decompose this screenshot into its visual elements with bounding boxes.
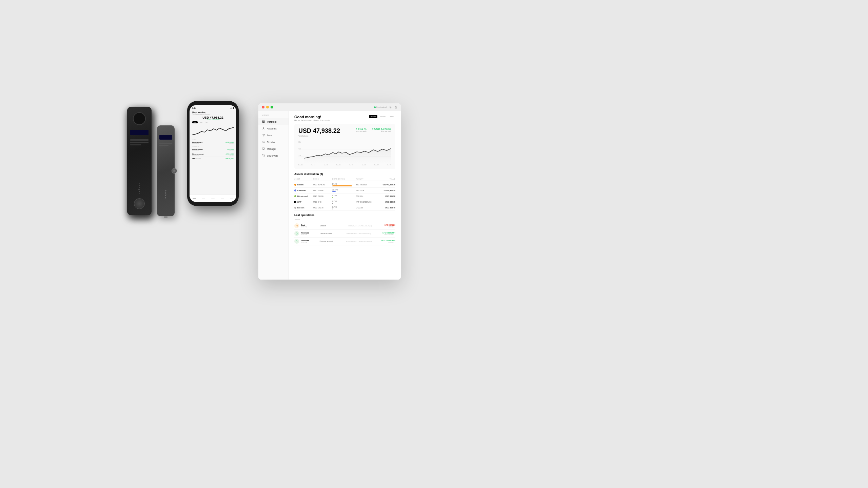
- svg-rect-1: [395, 107, 396, 108]
- total-balance: USD 47,938.22: [298, 127, 340, 135]
- settings-icon-btn[interactable]: [389, 105, 392, 109]
- window-sync-status: Synchronized: [374, 106, 387, 108]
- svg-point-14: [264, 157, 264, 157]
- phone-status-icons: ▲ ◉ ▐: [230, 107, 234, 109]
- svg-point-0: [390, 107, 391, 107]
- chart-x-labels: Nov 15 Nov 17 Nov 19 Nov 21 Nov 23 Nov 2…: [298, 164, 391, 166]
- phone-yesterday-label: Yesterday: [192, 146, 234, 147]
- svg-text:40k: 40k: [298, 148, 301, 150]
- nano-s-brand: Ledger: [165, 190, 167, 200]
- page-title: Good morning!: [294, 115, 330, 119]
- svg-marker-21: [304, 148, 391, 163]
- main-header: Good morning! Here's the summary of your…: [294, 115, 395, 121]
- op-row-sent: Sent 12:32 PM Litecoin 1B5X4MCapC...5mTd…: [294, 222, 395, 230]
- phone-balance-change: + 9.12% = USD 4,373.63: [192, 119, 234, 121]
- assets-title: Assets distribution (5): [294, 172, 395, 176]
- ops-today-label: Today: [294, 219, 395, 221]
- period-tabs: Week Month Year: [369, 115, 395, 118]
- asset-row-bitcoin: Bitcoin USD 9,345.40 84.2% BTC 4.899915 …: [294, 182, 395, 188]
- balance-section: USD 47,938.22 Total balance + 9.12 % sin…: [294, 124, 395, 169]
- main-content: Good morning! Here's the summary of your…: [289, 111, 401, 280]
- ledger-nano-s-device: Ledger: [157, 125, 175, 216]
- buy-icon: [262, 154, 265, 157]
- sidebar-receive-label: Receive: [267, 141, 275, 143]
- accounts-icon: [262, 127, 265, 130]
- period-tab-month[interactable]: Month: [378, 115, 387, 118]
- sidebar-item-buy[interactable]: Buy crypto: [258, 152, 289, 159]
- pct-change: + 9.12 %: [356, 127, 367, 130]
- sidebar-buy-label: Buy crypto: [267, 155, 278, 157]
- period-tab-week[interactable]: Week: [369, 115, 377, 118]
- svg-text:20k: 20k: [298, 155, 301, 157]
- svg-text:60k: 60k: [298, 141, 301, 143]
- phone-tab-year[interactable]: Year: [204, 121, 209, 123]
- receive-icon: [262, 140, 265, 144]
- usd-label: since one week: [372, 130, 391, 132]
- phone-greeting: Good morning,: [192, 111, 234, 113]
- asset-row-xrp: ✕ XRP USD 0.48 0.75% XRP 895.14034x242 U…: [294, 199, 395, 205]
- portfolio-icon: [262, 120, 265, 123]
- svg-point-13: [263, 157, 263, 157]
- phone-account-ethereum: Ethereum account Received in 2019 +ETH 4…: [192, 153, 234, 157]
- window-titlebar: Synchronized: [258, 103, 401, 111]
- lock-icon-btn[interactable]: [394, 105, 397, 109]
- svg-point-6: [263, 127, 264, 128]
- phone-status-bar: 9:41 ▲ ◉ ▐: [190, 105, 236, 110]
- phone-account-litecoin: Litecoin account Received in 2019 +LTC 0…: [192, 148, 234, 152]
- mobile-phone: 9:41 ▲ ◉ ▐ Good morning, Your 6 accounts…: [187, 101, 239, 206]
- sidebar-item-send[interactable]: Send: [258, 132, 289, 139]
- manager-icon: [262, 147, 265, 150]
- svg-rect-2: [262, 121, 263, 121]
- svg-rect-4: [262, 122, 263, 123]
- phone-content: Good morning, Your 6 accounts are synchr…: [190, 110, 236, 161]
- sidebar-menu-label: MENU: [258, 114, 289, 116]
- asset-row-bitcoin-cash: Bitcoin cash USD 261.90 0.76% BCH 1.04 U…: [294, 194, 395, 199]
- sidebar: MENU Portfolio Accounts: [258, 111, 289, 280]
- phone-account-xrp: XRP account Received in 2019 +XRP 99,207…: [192, 158, 234, 161]
- window-minimize-btn[interactable]: [266, 106, 269, 108]
- assets-table-header: Asset Price Distribution Amount Value: [294, 178, 395, 181]
- op-row-received-2: Received 12:32 PM Personal account bGZkR…: [294, 238, 395, 245]
- pct-label: since one week: [356, 130, 367, 132]
- phone-screen: 9:41 ▲ ◉ ▐ Good morning, Your 6 accounts…: [190, 105, 236, 202]
- phone-sync: Your 6 accounts are synchronized: [192, 114, 234, 115]
- balance-label: Total balance: [298, 135, 340, 137]
- window-close-btn[interactable]: [262, 106, 264, 108]
- window-maximize-btn[interactable]: [271, 106, 273, 108]
- asset-row-litecoin: Litecoin USD 141.78 0.75% LTC 2.53 USD 3…: [294, 205, 395, 211]
- sidebar-send-label: Send: [267, 134, 272, 137]
- ledger-nano-x-device: Ledger: [127, 107, 152, 215]
- sidebar-item-portfolio[interactable]: Portfolio: [258, 118, 289, 125]
- op-receive-icon-2: [294, 239, 299, 244]
- phone-today-label: Today: [192, 139, 234, 140]
- sidebar-item-receive[interactable]: Receive: [258, 139, 289, 145]
- svg-rect-5: [264, 122, 264, 123]
- portfolio-chart: 60k 40k 20k: [298, 140, 391, 163]
- operations-title: Last operations: [294, 214, 395, 217]
- sidebar-item-manager[interactable]: Manager: [258, 145, 289, 152]
- op-send-icon: [294, 223, 299, 228]
- svg-rect-3: [264, 121, 264, 121]
- phone-chart: [192, 125, 234, 138]
- phone-tab-week[interactable]: Week: [192, 121, 198, 123]
- period-tab-year[interactable]: Year: [388, 115, 395, 118]
- page-subtitle: Here's the summary of your 6 accounts: [294, 119, 330, 121]
- operations-section: Last operations Today Sent 12:32 PM Lite…: [294, 214, 395, 245]
- phone-time: 9:41: [192, 107, 196, 109]
- phone-tab-month[interactable]: Month: [199, 121, 203, 123]
- sidebar-portfolio-label: Portfolio: [267, 121, 277, 123]
- sidebar-item-accounts[interactable]: Accounts: [258, 125, 289, 132]
- phone-bottom-nav: [190, 195, 236, 202]
- asset-row-ethereum: Ethereum USD 226.84 13.55% ETH 28.34 USD…: [294, 188, 395, 194]
- svg-rect-10: [262, 148, 265, 149]
- op-receive-icon-1: [294, 231, 299, 236]
- sync-indicator: [374, 106, 376, 108]
- usd-change: = USD 4,373.63: [372, 127, 391, 130]
- sidebar-manager-label: Manager: [267, 148, 276, 150]
- app-window: Synchronized MENU: [258, 103, 401, 280]
- nano-x-brand: Ledger: [138, 183, 140, 195]
- assets-section: Assets distribution (5) Asset Price Dist…: [294, 172, 395, 211]
- phone-account-bitcoin: Bitcoin account Received in 2019 +BTC 0.…: [192, 141, 234, 145]
- sidebar-accounts-label: Accounts: [267, 127, 277, 130]
- op-row-received-1: Received 12:32 PM Litecoin Account 039PP…: [294, 230, 395, 238]
